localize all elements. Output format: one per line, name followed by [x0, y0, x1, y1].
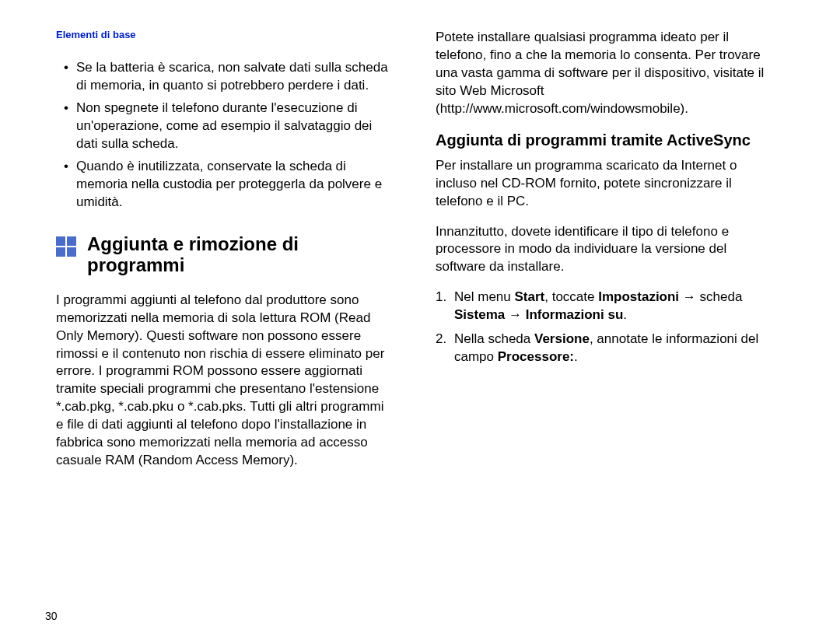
section-header: Elementi di base — [56, 29, 390, 40]
body-paragraph: Potete installare qualsiasi programma id… — [436, 29, 770, 118]
windows-icon — [56, 236, 76, 257]
bullet-list: Se la batteria è scarica, non salvate da… — [56, 59, 390, 212]
list-item: Se la batteria è scarica, non salvate da… — [76, 59, 390, 95]
numbered-list: Nel menu Start, toccate Impostazioni → s… — [436, 289, 770, 366]
list-item: Nella scheda Versione, annotate le infor… — [436, 331, 770, 366]
sub-heading: Aggiunta di programmi tramite ActiveSync — [436, 131, 770, 149]
body-paragraph: Per installare un programma scaricato da… — [436, 157, 770, 211]
list-item: Non spegnete il telefono durante l'esecu… — [76, 100, 390, 153]
left-column: Elementi di base Se la batteria è scaric… — [56, 29, 390, 482]
body-paragraph: Innanzitutto, dovete identificare il tip… — [436, 223, 770, 277]
main-heading-row: Aggiunta e rimozione di programmi — [56, 233, 390, 276]
right-column: Potete installare qualsiasi programma id… — [436, 29, 770, 482]
body-paragraph: I programmi aggiunti al telefono dal pro… — [56, 292, 390, 470]
list-item: Quando è inutilizzata, conservate la sch… — [76, 158, 390, 212]
list-item: Nel menu Start, toccate Impostazioni → s… — [436, 289, 770, 324]
page-number: 30 — [45, 610, 58, 622]
main-heading: Aggiunta e rimozione di programmi — [87, 233, 390, 276]
